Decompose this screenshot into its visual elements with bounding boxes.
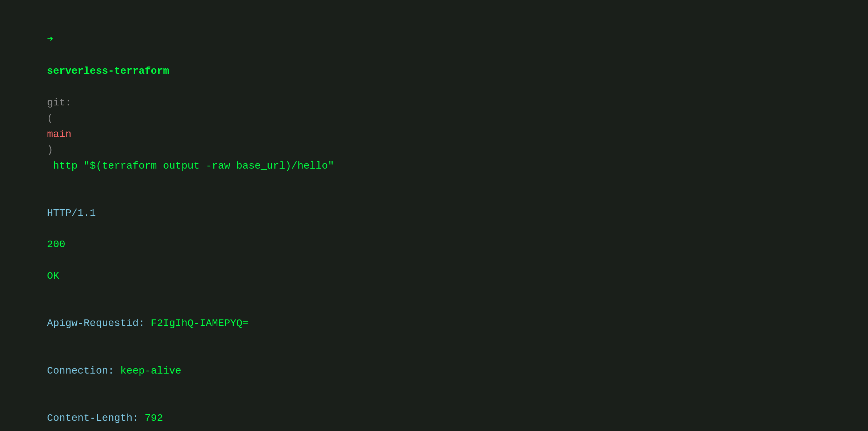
http-status-code: 200 <box>47 239 65 250</box>
header-val-connection: keep-alive <box>114 365 181 376</box>
http-version: HTTP/1.1 <box>47 208 96 219</box>
directory-name: serverless-terraform <box>47 65 169 77</box>
header-key-connection: Connection: <box>47 365 114 376</box>
http-status-line: HTTP/1.1 200 OK <box>23 189 867 300</box>
header-key-content-length: Content-Length: <box>47 412 138 424</box>
header-apigw: Apigw-Requestid: F2IgIhQ-IAMEPYQ= <box>23 300 867 347</box>
command-text: http "$(terraform output -raw base_url)/… <box>47 160 334 172</box>
header-content-length: Content-Length: 792 <box>23 394 867 431</box>
prompt-arrow: ➜ <box>47 34 53 45</box>
prompt-line: ➜ serverless-terraform git: ( main ) htt… <box>23 16 867 189</box>
git-paren-open: ( <box>47 113 53 124</box>
git-label: git: <box>47 97 71 108</box>
git-paren-close: ) <box>47 144 53 156</box>
http-status-text: OK <box>47 270 59 282</box>
terminal-window: ➜ serverless-terraform git: ( main ) htt… <box>11 7 868 431</box>
header-key-apigw: Apigw-Requestid: <box>47 318 145 329</box>
header-val-apigw: F2IgIhQ-IAMEPYQ= <box>145 318 249 329</box>
header-val-content-length: 792 <box>138 412 163 424</box>
header-connection: Connection: keep-alive <box>23 347 867 394</box>
git-branch: main <box>47 129 71 140</box>
